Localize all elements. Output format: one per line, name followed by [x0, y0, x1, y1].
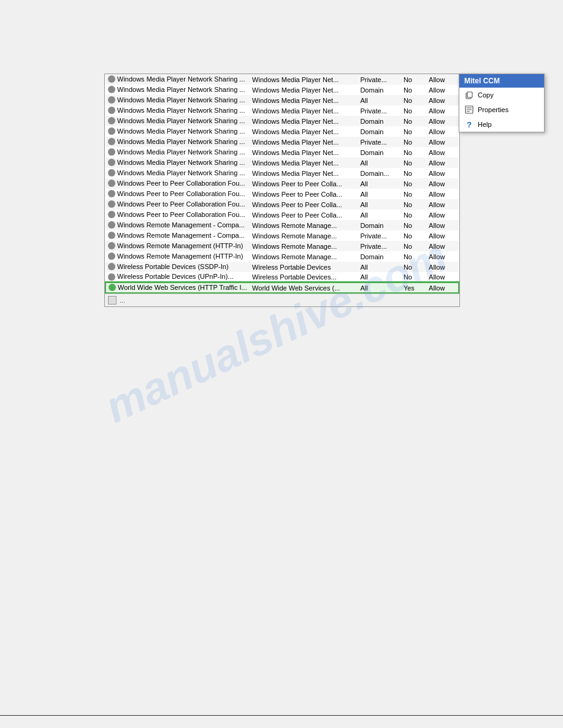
row-program: Windows Media Player Net...	[250, 116, 358, 126]
row-enabled: No	[401, 85, 426, 95]
row-name: Windows Remote Management (HTTP-In)	[105, 241, 250, 251]
bottom-line	[0, 715, 563, 716]
row-program: Windows Media Player Net...	[250, 95, 358, 105]
row-enabled: No	[401, 147, 426, 157]
gray-circle-icon	[108, 232, 115, 239]
row-enabled: Yes	[401, 282, 426, 293]
row-name: Windows Remote Management (HTTP-In)	[105, 251, 250, 262]
gray-circle-icon	[108, 148, 115, 156]
row-enabled: No	[401, 251, 426, 262]
row-program: Windows Remote Manage...	[250, 241, 358, 251]
table-row[interactable]: Windows Remote Management - Compa...Wind…	[105, 230, 459, 241]
table-row[interactable]: Windows Media Player Network Sharing ...…	[105, 126, 459, 137]
row-enabled: No	[401, 95, 426, 105]
row-program: Windows Remote Manage...	[250, 251, 358, 262]
row-program: Windows Media Player Net...	[250, 137, 358, 147]
table-row[interactable]: Windows Remote Management (HTTP-In)Windo…	[105, 251, 459, 262]
table-row[interactable]: Windows Peer to Peer Collaboration Fou..…	[105, 178, 459, 189]
page-container: manualshive.com Windows Media Player Net…	[0, 0, 563, 728]
table-row[interactable]: Windows Peer to Peer Collaboration Fou..…	[105, 189, 459, 199]
row-profile: Domain	[358, 251, 401, 262]
row-name: Windows Remote Management - Compa...	[105, 230, 250, 241]
context-menu-properties[interactable]: Properties	[459, 102, 544, 117]
row-enabled: No	[401, 272, 426, 282]
row-profile: All	[358, 199, 401, 210]
table-row[interactable]: Windows Media Player Network Sharing ...…	[105, 85, 459, 95]
gray-circle-icon	[108, 211, 115, 218]
row-action: Allow	[426, 157, 459, 168]
row-profile: Domain	[358, 147, 401, 157]
table-row[interactable]: Windows Media Player Network Sharing ...…	[105, 74, 459, 85]
row-action: Allow	[426, 189, 459, 199]
gray-circle-icon	[108, 96, 115, 104]
table-row[interactable]: Windows Media Player Network Sharing ...…	[105, 168, 459, 178]
row-action: Allow	[426, 178, 459, 189]
table-row[interactable]: Windows Media Player Network Sharing ...…	[105, 157, 459, 168]
row-action: Allow	[426, 126, 459, 137]
row-enabled: No	[401, 220, 426, 230]
row-program: Windows Media Player Net...	[250, 85, 358, 95]
row-profile: All	[358, 272, 401, 282]
help-label: Help	[478, 121, 492, 128]
row-name: Wireless Portable Devices (UPnP-In)...	[105, 272, 250, 282]
properties-label: Properties	[478, 106, 508, 113]
table-row[interactable]: Windows Media Player Network Sharing ...…	[105, 137, 459, 147]
row-profile: Domain	[358, 85, 401, 95]
gray-circle-icon	[108, 242, 115, 249]
row-action: Allow	[426, 262, 459, 272]
row-action: Allow	[426, 220, 459, 230]
bottom-bar: ...	[105, 294, 459, 306]
row-program: Windows Media Player Net...	[250, 126, 358, 137]
table-row[interactable]: Windows Remote Management - Compa...Wind…	[105, 220, 459, 230]
table-row[interactable]: Windows Media Player Network Sharing ...…	[105, 95, 459, 105]
gray-circle-icon	[108, 180, 115, 187]
table-row[interactable]: Wireless Portable Devices (SSDP-In)Wirel…	[105, 262, 459, 272]
table-row[interactable]: World Wide Web Services (HTTP Traffic I.…	[105, 282, 459, 293]
row-name: Windows Media Player Network Sharing ...	[105, 147, 250, 157]
row-program: Windows Peer to Peer Colla...	[250, 189, 358, 199]
row-enabled: No	[401, 262, 426, 272]
table-row[interactable]: Windows Media Player Network Sharing ...…	[105, 147, 459, 157]
row-action: Allow	[426, 147, 459, 157]
row-name: Windows Peer to Peer Collaboration Fou..…	[105, 189, 250, 199]
table-row[interactable]: Windows Media Player Network Sharing ...…	[105, 116, 459, 126]
copy-label: Copy	[478, 91, 494, 99]
context-menu-copy[interactable]: Copy	[459, 88, 544, 102]
table-row[interactable]: Windows Media Player Network Sharing ...…	[105, 105, 459, 116]
row-action: Allow	[426, 199, 459, 210]
row-action: Allow	[426, 241, 459, 251]
gray-circle-icon	[108, 159, 115, 166]
row-profile: Private...	[358, 105, 401, 116]
row-program: Windows Media Player Net...	[250, 157, 358, 168]
row-action: Allow	[426, 168, 459, 178]
gray-circle-icon	[108, 252, 115, 260]
row-action: Allow	[426, 74, 459, 85]
firewall-window: Windows Media Player Network Sharing ...…	[104, 74, 460, 307]
gray-circle-icon	[108, 107, 115, 114]
table-row[interactable]: Windows Remote Management (HTTP-In)Windo…	[105, 241, 459, 251]
row-enabled: No	[401, 241, 426, 251]
row-enabled: No	[401, 230, 426, 241]
row-profile: All	[358, 210, 401, 220]
table-row[interactable]: Windows Peer to Peer Collaboration Fou..…	[105, 199, 459, 210]
row-profile: All	[358, 178, 401, 189]
row-profile: Domain	[358, 220, 401, 230]
gray-circle-icon	[108, 273, 115, 281]
row-program: Windows Media Player Net...	[250, 74, 358, 85]
properties-icon	[464, 105, 474, 115]
row-name: Windows Media Player Network Sharing ...	[105, 85, 250, 95]
row-program: Windows Media Player Net...	[250, 147, 358, 157]
row-profile: Domain	[358, 126, 401, 137]
row-action: Allow	[426, 85, 459, 95]
row-profile: Private...	[358, 230, 401, 241]
context-menu-help[interactable]: ? Help	[459, 117, 544, 132]
context-menu-header: Mitel CCM	[459, 74, 544, 88]
table-row[interactable]: Wireless Portable Devices (UPnP-In)...Wi…	[105, 272, 459, 282]
gray-circle-icon	[108, 190, 115, 197]
row-profile: Domain	[358, 116, 401, 126]
table-row[interactable]: Windows Peer to Peer Collaboration Fou..…	[105, 210, 459, 220]
row-program: World Wide Web Services (...	[250, 282, 358, 293]
row-program: Windows Remote Manage...	[250, 220, 358, 230]
row-name: Windows Media Player Network Sharing ...	[105, 157, 250, 168]
row-action: Allow	[426, 137, 459, 147]
